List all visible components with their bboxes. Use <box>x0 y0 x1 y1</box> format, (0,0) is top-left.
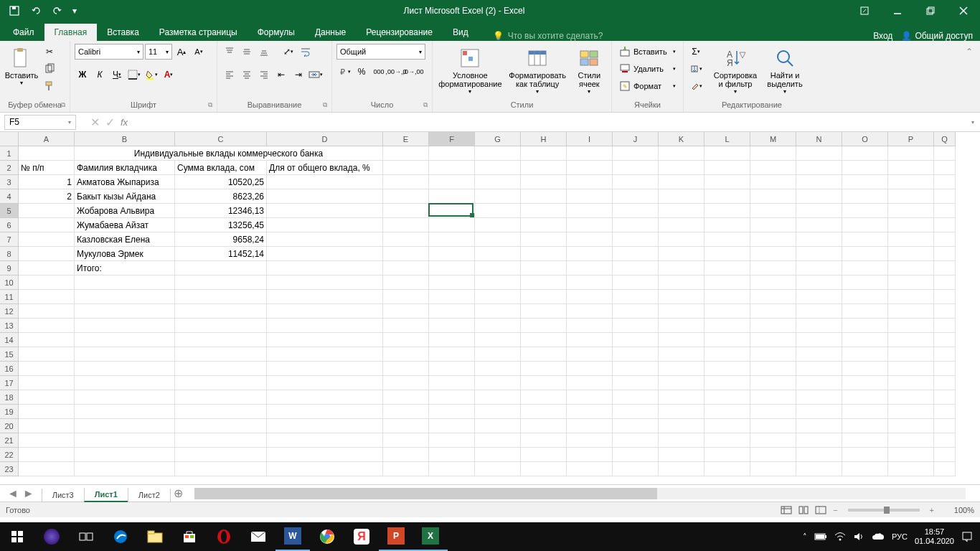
cell[interactable] <box>659 448 705 462</box>
cell[interactable] <box>796 218 842 232</box>
cell[interactable] <box>659 462 705 476</box>
cell[interactable] <box>19 247 75 261</box>
cell[interactable] <box>75 319 175 333</box>
cell[interactable] <box>705 204 750 218</box>
cell[interactable] <box>19 204 75 218</box>
row-header[interactable]: 23 <box>0 462 19 476</box>
row-header[interactable]: 13 <box>0 319 19 333</box>
yandex-icon[interactable] <box>34 522 69 551</box>
cell[interactable] <box>75 347 175 362</box>
cell[interactable] <box>705 304 750 319</box>
cell[interactable] <box>19 376 75 390</box>
cell[interactable] <box>750 347 796 362</box>
cell[interactable]: 1 <box>19 175 75 189</box>
cell[interactable]: Фамилия вкладчика <box>75 161 175 175</box>
cell[interactable] <box>750 204 796 218</box>
row-header[interactable]: 18 <box>0 390 19 405</box>
close-icon[interactable] <box>947 0 980 22</box>
column-header[interactable]: J <box>613 132 659 146</box>
cell[interactable] <box>934 419 956 433</box>
cell[interactable] <box>613 247 659 261</box>
font-launcher-icon[interactable]: ⧉ <box>208 101 212 109</box>
word-icon[interactable]: W <box>275 522 310 551</box>
cell[interactable] <box>521 319 567 333</box>
spreadsheet-grid[interactable]: ABCDEFGHIJKLMNOPQ 1234567891011121314151… <box>0 132 980 484</box>
cell[interactable] <box>429 247 475 261</box>
cell[interactable] <box>521 390 567 405</box>
column-header[interactable]: O <box>842 132 888 146</box>
tab-formulas[interactable]: Формулы <box>248 24 305 41</box>
language-indicator[interactable]: РУС <box>892 532 908 541</box>
fill-color-icon[interactable]: ▾ <box>143 67 159 83</box>
cell[interactable] <box>475 405 521 419</box>
cell[interactable] <box>567 405 613 419</box>
cell[interactable] <box>842 189 888 204</box>
cell[interactable] <box>567 462 613 476</box>
cell[interactable] <box>475 304 521 319</box>
align-left-icon[interactable] <box>222 67 237 83</box>
cell[interactable]: Жумабаева Айзат <box>75 218 175 232</box>
row-header[interactable]: 8 <box>0 247 19 261</box>
merge-icon[interactable]: ▾ <box>308 67 324 83</box>
cell[interactable] <box>75 362 175 376</box>
row-header[interactable]: 6 <box>0 218 19 232</box>
cell[interactable] <box>659 261 705 276</box>
cell[interactable] <box>705 261 750 276</box>
cell[interactable] <box>705 146 750 161</box>
cell[interactable] <box>842 333 888 347</box>
cell[interactable] <box>475 146 521 161</box>
sheet-tab[interactable]: Лист3 <box>42 489 85 502</box>
cell[interactable] <box>475 376 521 390</box>
row-header[interactable]: 10 <box>0 276 19 290</box>
save-icon[interactable] <box>4 1 24 21</box>
cell[interactable] <box>567 362 613 376</box>
cell[interactable] <box>796 433 842 448</box>
cell[interactable] <box>934 333 956 347</box>
cell[interactable] <box>19 347 75 362</box>
cell[interactable] <box>567 189 613 204</box>
cell[interactable] <box>567 333 613 347</box>
cell[interactable] <box>19 333 75 347</box>
cancel-formula-icon[interactable]: ✕ <box>90 116 100 129</box>
cell[interactable] <box>475 218 521 232</box>
zoom-out-icon[interactable]: − <box>833 506 837 514</box>
edge-icon[interactable] <box>103 522 138 551</box>
cell[interactable] <box>796 333 842 347</box>
cell[interactable] <box>842 390 888 405</box>
cell[interactable] <box>383 276 429 290</box>
cell[interactable] <box>429 390 475 405</box>
cell[interactable] <box>175 362 267 376</box>
cell[interactable] <box>383 232 429 247</box>
row-header[interactable]: 11 <box>0 290 19 304</box>
cell[interactable] <box>19 433 75 448</box>
column-header[interactable]: D <box>267 132 383 146</box>
cell[interactable] <box>750 419 796 433</box>
cell[interactable] <box>659 146 705 161</box>
paste-button[interactable]: Вставить ▾ <box>4 44 39 89</box>
cell[interactable] <box>521 204 567 218</box>
cell[interactable]: 9658,24 <box>175 232 267 247</box>
cell[interactable] <box>267 448 383 462</box>
cell[interactable] <box>429 347 475 362</box>
clear-icon[interactable]: ▾ <box>688 78 704 94</box>
cell[interactable] <box>567 319 613 333</box>
clipboard-launcher-icon[interactable]: ⧉ <box>61 101 65 109</box>
cell[interactable] <box>521 405 567 419</box>
cell[interactable] <box>521 146 567 161</box>
cell[interactable] <box>475 448 521 462</box>
name-box[interactable]: F5▾ <box>4 115 76 130</box>
align-center-icon[interactable] <box>239 67 255 83</box>
cell[interactable] <box>521 261 567 276</box>
cell[interactable] <box>475 247 521 261</box>
cell[interactable] <box>888 376 934 390</box>
cell[interactable] <box>842 161 888 175</box>
cell[interactable] <box>750 333 796 347</box>
cell[interactable] <box>175 290 267 304</box>
clock[interactable]: 18:57 01.04.2020 <box>915 527 954 546</box>
start-button[interactable] <box>0 522 34 551</box>
cell[interactable] <box>429 376 475 390</box>
cell[interactable] <box>267 433 383 448</box>
cell[interactable] <box>383 319 429 333</box>
cell[interactable] <box>842 319 888 333</box>
cell[interactable] <box>267 175 383 189</box>
